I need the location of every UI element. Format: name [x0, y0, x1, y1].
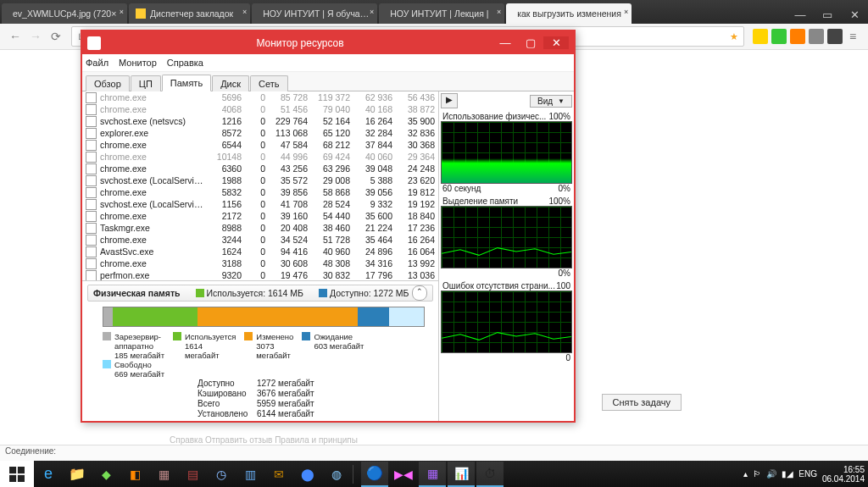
- process-row[interactable]: explorer.exe85720113 06865 12032 28432 8…: [82, 127, 438, 139]
- taskbar-app-icon[interactable]: ▤: [179, 462, 206, 486]
- menu-item[interactable]: Монитор: [119, 58, 157, 68]
- taskbar-taskmgr-icon[interactable]: 📊: [448, 462, 475, 487]
- process-row[interactable]: chrome.exe5832039 85658 86839 05619 812: [82, 186, 438, 198]
- process-checkbox[interactable]: [86, 104, 97, 115]
- extension-icon[interactable]: [827, 29, 843, 44]
- stat-row: Доступно1272 мегабайт: [198, 379, 433, 389]
- view-mode-button[interactable]: Вид▼: [530, 95, 572, 108]
- resmon-tab[interactable]: Память: [162, 75, 211, 91]
- taskbar-app-icon[interactable]: ◍: [323, 462, 350, 486]
- process-row[interactable]: chrome.exe2172039 16054 44035 60018 840: [82, 210, 438, 222]
- bookmark-star-icon[interactable]: ★: [730, 31, 738, 42]
- process-row[interactable]: svchost.exe (LocalServiceNo...1988035 57…: [82, 174, 438, 186]
- extension-icon[interactable]: [771, 29, 787, 44]
- process-checkbox[interactable]: [86, 187, 97, 198]
- minimize-button[interactable]: —: [787, 5, 814, 24]
- process-checkbox[interactable]: [86, 116, 97, 127]
- resmon-maximize-button[interactable]: ▢: [518, 36, 543, 49]
- process-row[interactable]: svchost.exe (LocalServiceNet...1156041 7…: [82, 198, 438, 210]
- taskbar-app-icon[interactable]: ✉: [265, 462, 292, 486]
- extension-icon[interactable]: [753, 29, 768, 44]
- tab-close-icon[interactable]: ×: [370, 8, 374, 16]
- bg-maximize-button[interactable]: ▭: [750, 52, 776, 67]
- process-checkbox[interactable]: [86, 175, 97, 186]
- tray-clock[interactable]: 16:5506.04.2014: [822, 465, 865, 484]
- menu-item[interactable]: Справка: [167, 58, 203, 68]
- taskbar-app-icon[interactable]: ◆: [92, 462, 120, 486]
- resmon-tab[interactable]: Обзор: [86, 75, 130, 91]
- reload-button[interactable]: ⟳: [46, 26, 66, 47]
- process-row[interactable]: chrome.exe6544047 58468 21237 84430 368: [82, 139, 438, 151]
- tab-close-icon[interactable]: ×: [242, 8, 247, 16]
- tray-flag-icon[interactable]: 🏳: [753, 469, 761, 479]
- process-checkbox[interactable]: [86, 152, 97, 163]
- process-row[interactable]: chrome.exe3244034 52451 72835 46416 264: [82, 234, 438, 246]
- process-checkbox[interactable]: [86, 140, 97, 151]
- process-checkbox[interactable]: [86, 211, 97, 222]
- taskbar-ie-icon[interactable]: e: [35, 462, 62, 486]
- bg-close-button[interactable]: ✕: [777, 52, 803, 67]
- physical-memory-header[interactable]: Физическая память Используется: 1614 МБ …: [87, 285, 433, 302]
- back-button[interactable]: ←: [5, 26, 25, 47]
- tray-volume-icon[interactable]: 🔊: [766, 469, 776, 479]
- taskbar-app-icon[interactable]: ◧: [121, 462, 148, 486]
- resmon-close-button[interactable]: ✕: [543, 36, 569, 49]
- resmon-tab[interactable]: Диск: [212, 75, 249, 91]
- taskbar-app-icon[interactable]: ▥: [236, 462, 264, 486]
- process-checkbox[interactable]: [86, 128, 97, 139]
- taskbar-resmon-icon[interactable]: ⏱: [476, 462, 504, 487]
- process-row[interactable]: chrome.exe6360043 25663 29639 04824 248: [82, 163, 438, 174]
- process-checkbox[interactable]: [86, 163, 97, 174]
- tab-close-icon[interactable]: ×: [497, 8, 501, 16]
- taskbar-app-icon[interactable]: ▶◀: [390, 462, 417, 486]
- process-row[interactable]: chrome.exe10148044 99669 42440 06029 364: [82, 151, 438, 163]
- browser-tab[interactable]: Диспетчер закладок×: [129, 3, 250, 24]
- tray-network-icon[interactable]: ▮◢: [782, 469, 793, 479]
- process-table[interactable]: chrome.exe5696085 728119 37262 93656 436…: [82, 91, 438, 280]
- tab-close-icon[interactable]: ×: [624, 8, 628, 16]
- extension-icon[interactable]: [790, 29, 805, 44]
- collapse-button[interactable]: ⌃: [412, 285, 427, 301]
- process-checkbox[interactable]: [86, 246, 97, 257]
- taskbar-app-icon[interactable]: ▦: [150, 462, 177, 486]
- resmon-tab[interactable]: ЦП: [131, 75, 161, 91]
- taskbar-chrome-icon[interactable]: 🔵: [361, 462, 388, 487]
- browser-tab[interactable]: ev_XWMLUCp4.jpg (720××: [2, 3, 127, 24]
- taskbar-app-icon[interactable]: ▦: [419, 462, 446, 487]
- close-button[interactable]: ✕: [841, 5, 868, 24]
- process-checkbox[interactable]: [86, 235, 97, 246]
- browser-tab[interactable]: как выгрузить изменения×: [506, 3, 632, 24]
- end-task-button[interactable]: Снять задачу: [602, 394, 682, 411]
- menu-item[interactable]: Файл: [86, 58, 108, 68]
- charts-collapse-button[interactable]: ▶: [441, 93, 458, 108]
- process-checkbox[interactable]: [86, 258, 97, 269]
- browser-menu-button[interactable]: ≡: [843, 26, 863, 47]
- process-row[interactable]: chrome.exe5696085 728119 37262 93656 436: [82, 91, 438, 103]
- taskbar-app-icon[interactable]: ◷: [208, 462, 235, 486]
- extension-icon[interactable]: [809, 29, 824, 44]
- process-checkbox[interactable]: [86, 223, 97, 234]
- resmon-titlebar[interactable]: Монитор ресурсов — ▢ ✕: [82, 31, 574, 54]
- bg-minimize-button[interactable]: —: [723, 52, 748, 67]
- process-row[interactable]: AvastSvc.exe1624094 41640 96024 89616 06…: [82, 246, 438, 257]
- taskbar-app-icon[interactable]: ⬤: [294, 462, 321, 486]
- browser-tab[interactable]: НОУ ИНТУИТ | Я обуча…×: [252, 3, 377, 24]
- process-checkbox[interactable]: [86, 92, 97, 103]
- tray-lang[interactable]: ENG: [798, 469, 817, 479]
- resmon-tab[interactable]: Сеть: [250, 75, 287, 91]
- process-row[interactable]: Taskmgr.exe8988020 40838 46021 22417 236: [82, 222, 438, 234]
- taskbar-explorer-icon[interactable]: 📁: [64, 462, 91, 486]
- process-row[interactable]: perfmon.exe9320019 47630 83217 79613 036: [82, 269, 438, 280]
- process-checkbox[interactable]: [86, 199, 97, 210]
- resmon-minimize-button[interactable]: —: [492, 36, 518, 49]
- tab-close-icon[interactable]: ×: [120, 8, 124, 16]
- browser-tab[interactable]: НОУ ИНТУИТ | Лекция |×: [379, 3, 504, 24]
- process-row[interactable]: svchost.exe (netsvcs)12160229 76452 1641…: [82, 115, 438, 127]
- forward-button[interactable]: →: [25, 26, 46, 47]
- process-checkbox[interactable]: [86, 270, 97, 281]
- tray-chevron-icon[interactable]: ▴: [743, 469, 748, 479]
- start-button[interactable]: [0, 461, 34, 487]
- process-row[interactable]: chrome.exe3188030 60848 30834 31613 992: [82, 257, 438, 269]
- process-row[interactable]: chrome.exe4068051 45679 04040 16838 872: [82, 103, 438, 115]
- maximize-button[interactable]: ▭: [814, 5, 841, 24]
